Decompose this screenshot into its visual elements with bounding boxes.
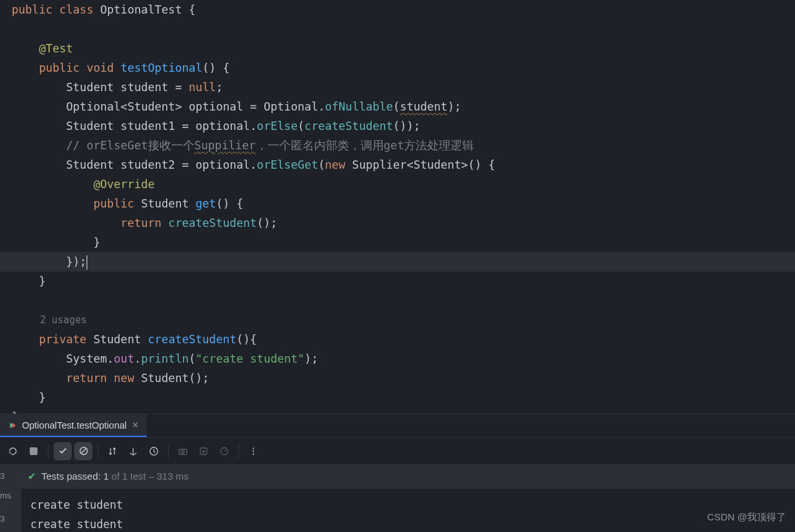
test-tree-times: 3 ms 3 ms — [0, 464, 21, 532]
code-line — [0, 19, 795, 39]
import-icon[interactable] — [195, 442, 213, 460]
show-ignored-icon[interactable] — [74, 442, 92, 460]
code-line: Student student1 = optional.orElse(creat… — [0, 116, 795, 136]
stop-icon[interactable] — [25, 442, 43, 460]
tests-time: – 313 ms — [146, 471, 189, 482]
console-line: create student — [30, 518, 123, 531]
run-tab[interactable]: OptionalTest.testOptional ✕ — [0, 414, 147, 437]
svg-rect-4 — [179, 449, 187, 454]
code-line: public void testOptional() { — [0, 58, 795, 78]
code-line: Student student = null; — [0, 78, 795, 97]
code-line: } — [0, 407, 795, 414]
more-icon[interactable] — [244, 442, 262, 460]
run-tabstrip: OptionalTest.testOptional ✕ — [0, 414, 795, 437]
code-line: public class OptionalTest { — [0, 0, 795, 19]
code-line: return createStudent(); — [0, 213, 795, 233]
svg-point-8 — [253, 447, 254, 449]
tests-total-label: of 1 test — [109, 471, 146, 482]
check-icon: ✔ — [28, 467, 36, 486]
code-line: System.out.println("create student"); — [0, 349, 795, 368]
code-line: public Student get() { — [0, 194, 795, 213]
show-passed-icon[interactable] — [54, 442, 72, 460]
rerun-icon[interactable] — [4, 442, 22, 460]
test-toolbar — [0, 437, 795, 464]
svg-point-10 — [253, 453, 254, 454]
code-line: // orElseGet接收一个Suppilier，一个匿名内部类，调用get方… — [0, 136, 795, 155]
code-line: } — [0, 388, 795, 407]
tests-passed-count: 1 — [103, 471, 109, 482]
code-line: } — [0, 271, 795, 291]
coverage-icon[interactable] — [215, 442, 233, 460]
code-line: @Override — [0, 175, 795, 194]
code-line: return new Student(); — [0, 368, 795, 388]
code-line: Optional<Student> optional = Optional.of… — [0, 97, 795, 116]
watermark: CSDN @我顶得了 — [707, 507, 786, 527]
test-status-bar: ✔ Tests passed: 1 of 1 test – 313 ms — [21, 464, 795, 489]
run-tab-label: OptionalTest.testOptional — [22, 416, 127, 435]
sort-icon[interactable] — [103, 442, 122, 460]
svg-rect-0 — [30, 447, 37, 455]
code-line-cursor: }); — [0, 252, 795, 271]
test-results: 3 ms 3 ms ✔ Tests passed: 1 of 1 test – … — [0, 464, 795, 532]
svg-point-9 — [253, 450, 254, 451]
code-line — [0, 291, 795, 310]
result-time: 3 ms — [0, 509, 18, 532]
expand-icon[interactable] — [124, 442, 142, 460]
svg-line-2 — [81, 449, 86, 454]
svg-point-5 — [182, 451, 184, 453]
tests-passed-label: Tests passed: — [41, 471, 103, 482]
result-time: 3 ms — [0, 467, 18, 505]
screenshot-icon[interactable] — [174, 442, 192, 460]
run-test-icon — [8, 421, 17, 430]
code-line: Student student2 = optional.orElseGet(ne… — [0, 155, 795, 175]
code-editor[interactable]: public class OptionalTest { @Test public… — [0, 0, 795, 414]
usage-hint[interactable]: 2 usages — [0, 310, 795, 330]
code-line: } — [0, 233, 795, 252]
history-icon[interactable] — [145, 442, 163, 460]
close-icon[interactable]: ✕ — [132, 416, 139, 435]
console-output[interactable]: create student create student — [21, 489, 795, 532]
console-line: create student — [30, 498, 123, 511]
code-line: private Student createStudent(){ — [0, 330, 795, 349]
code-line: @Test — [0, 39, 795, 58]
